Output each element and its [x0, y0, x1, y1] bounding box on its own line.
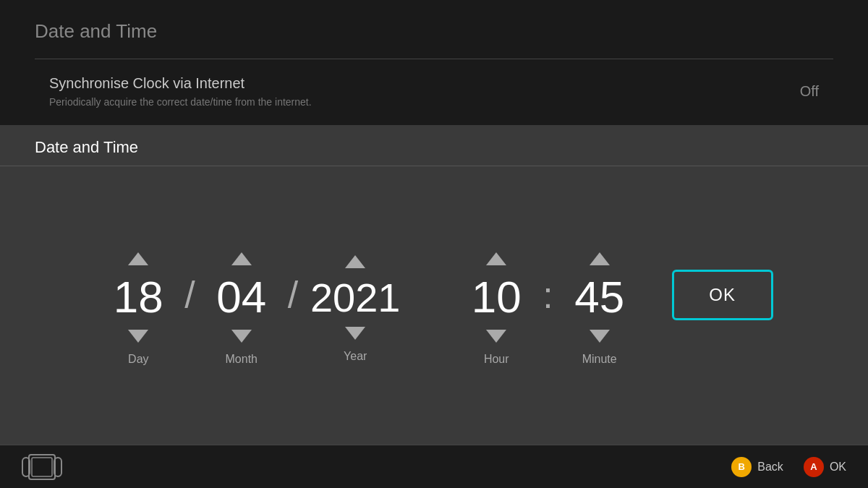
ok-hint-label: OK: [830, 461, 846, 474]
hour-column: 10 Hour: [453, 245, 540, 365]
month-label: Month: [226, 353, 258, 366]
day-label: Day: [128, 353, 148, 366]
time-separator: :: [540, 273, 556, 338]
month-down-button[interactable]: [231, 330, 252, 343]
footer: B Back A OK: [0, 445, 868, 488]
minute-down-button[interactable]: [590, 330, 610, 343]
month-column: 04 Month: [198, 245, 285, 365]
minute-up-button[interactable]: [590, 252, 610, 265]
hour-value: 10: [460, 273, 532, 322]
day-column: 18 Day: [95, 245, 182, 365]
sync-setting-label: Synchronise Clock via Internet: [49, 75, 312, 92]
page-title: Date and Time: [35, 20, 833, 43]
day-up-button[interactable]: [128, 252, 148, 265]
hour-label: Hour: [484, 353, 509, 366]
sync-setting-info: Synchronise Clock via Internet Periodica…: [49, 75, 312, 108]
picker-inner: 18 Day / 04 Month / 2021 Year: [95, 245, 773, 365]
b-button-icon: B: [731, 457, 752, 477]
date-separator-1: /: [182, 273, 197, 338]
month-up-button[interactable]: [231, 252, 252, 265]
day-value: 18: [102, 273, 174, 322]
footer-right: B Back A OK: [731, 457, 846, 477]
svg-rect-0: [29, 455, 55, 479]
year-label: Year: [344, 350, 367, 363]
day-down-button[interactable]: [128, 330, 148, 343]
top-divider: [35, 59, 833, 59]
back-button-hint: B Back: [731, 457, 783, 477]
hour-up-button[interactable]: [486, 252, 506, 265]
minute-column: 45 Minute: [556, 245, 643, 365]
date-separator-2: /: [285, 273, 301, 338]
month-value: 04: [205, 273, 278, 322]
ok-button[interactable]: OK: [672, 270, 773, 320]
hour-down-button[interactable]: [486, 330, 506, 343]
picker-area: 18 Day / 04 Month / 2021 Year: [0, 166, 868, 445]
year-up-button[interactable]: [345, 255, 365, 268]
year-column: 2021 Year: [301, 248, 409, 364]
sync-setting-value: Off: [800, 83, 819, 100]
a-button-icon: A: [804, 457, 824, 477]
switch-console-icon: [22, 453, 62, 481]
svg-rect-3: [32, 458, 52, 476]
date-time-section: Date and Time 18 Day / 04 Month /: [0, 125, 868, 445]
minute-label: Minute: [582, 353, 617, 366]
footer-left: [22, 453, 62, 481]
sync-setting-row[interactable]: Synchronise Clock via Internet Periodica…: [35, 75, 833, 108]
section-header: Date and Time: [0, 125, 868, 166]
sync-setting-desc: Periodically acquire the correct date/ti…: [49, 96, 312, 108]
year-value: 2021: [308, 275, 402, 320]
year-down-button[interactable]: [345, 327, 365, 340]
top-section: Date and Time Synchronise Clock via Inte…: [0, 0, 868, 125]
back-label: Back: [757, 461, 783, 474]
minute-value: 45: [563, 273, 636, 322]
ok-button-hint: A OK: [804, 457, 846, 477]
